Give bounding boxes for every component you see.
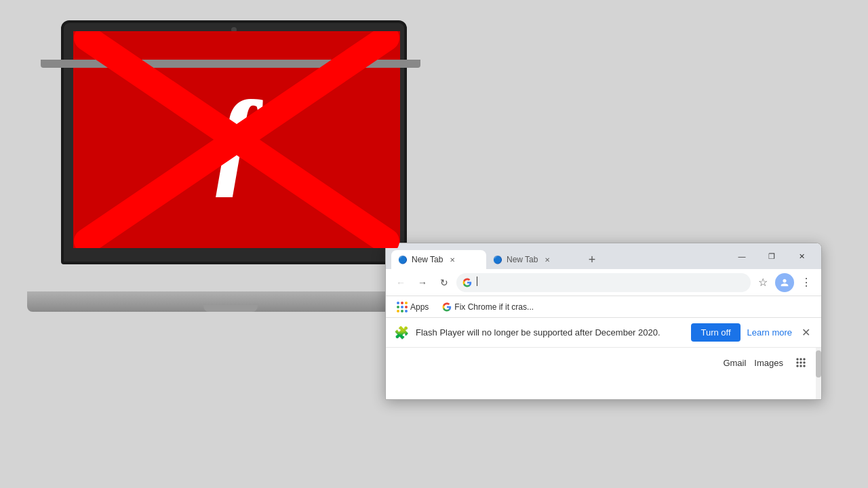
- tab-1-favicon: 🔵: [398, 256, 408, 264]
- tab-2[interactable]: 🔵 New Tab ✕: [486, 250, 581, 269]
- laptop-base: [27, 291, 434, 312]
- turn-off-button[interactable]: Turn off: [691, 323, 740, 342]
- laptop-screen-content: ƒ: [73, 31, 400, 248]
- refresh-button[interactable]: ↻: [435, 273, 454, 292]
- tab-2-favicon: 🔵: [493, 256, 502, 264]
- google-icon: [462, 277, 473, 288]
- maximize-button[interactable]: ❐: [757, 247, 786, 265]
- flash-notification-bar: 🧩 Flash Player will no longer be support…: [386, 318, 821, 348]
- google-apps-button[interactable]: [791, 353, 810, 372]
- chrome-menu-button[interactable]: ⋮: [797, 273, 816, 292]
- tab-1[interactable]: 🔵 New Tab ✕: [391, 250, 486, 269]
- profile-button[interactable]: [775, 273, 794, 292]
- title-bar: 🔵 New Tab ✕ 🔵 New Tab ✕ + — ❐ ✕: [386, 243, 821, 269]
- browser-window: 🔵 New Tab ✕ 🔵 New Tab ✕ + — ❐ ✕ ← → ↻: [385, 243, 822, 400]
- page-content: Gmail Images: [386, 348, 821, 399]
- top-right-links: Gmail Images: [723, 353, 810, 372]
- bookmark-star-button[interactable]: ☆: [753, 273, 772, 292]
- back-button[interactable]: ←: [391, 273, 410, 292]
- fix-chrome-bookmark[interactable]: Fix Chrome if it cras...: [437, 301, 539, 313]
- laptop-notch: [203, 305, 258, 312]
- window-controls: — ❐ ✕: [728, 247, 816, 265]
- apps-grid-icon: [397, 302, 408, 312]
- tab-2-label: New Tab: [507, 255, 538, 264]
- close-button[interactable]: ✕: [787, 247, 816, 265]
- apps-label: Apps: [410, 302, 429, 312]
- gmail-link[interactable]: Gmail: [723, 358, 746, 368]
- notification-close-button[interactable]: ✕: [799, 323, 813, 342]
- scrollbar-track: [816, 348, 821, 399]
- fix-chrome-label: Fix Chrome if it cras...: [454, 302, 534, 312]
- images-link[interactable]: Images: [754, 358, 783, 368]
- bookmarks-bar: Apps Fix Chrome if it cras...: [386, 296, 821, 318]
- tab-1-close[interactable]: ✕: [447, 254, 458, 265]
- puzzle-icon: 🧩: [394, 325, 409, 340]
- tab-1-label: New Tab: [412, 255, 443, 264]
- laptop-screen-bezel: ƒ: [61, 20, 407, 264]
- new-tab-button[interactable]: +: [583, 250, 601, 269]
- navigation-toolbar: ← → ↻ ☆ ⋮: [386, 269, 821, 296]
- laptop-illustration: ƒ: [27, 20, 434, 312]
- red-x-overlay: [73, 31, 400, 248]
- apps-bookmark[interactable]: Apps: [391, 300, 434, 314]
- scrollbar-thumb[interactable]: [816, 350, 821, 378]
- minimize-button[interactable]: —: [728, 247, 756, 265]
- notification-message: Flash Player will no longer be supported…: [416, 327, 684, 338]
- address-text: [477, 277, 745, 288]
- tab-2-close[interactable]: ✕: [542, 254, 553, 265]
- learn-more-link[interactable]: Learn more: [747, 327, 792, 338]
- google-favicon: [442, 302, 452, 312]
- flash-background: ƒ: [73, 31, 400, 248]
- address-bar[interactable]: [456, 273, 751, 292]
- forward-button[interactable]: →: [413, 273, 432, 292]
